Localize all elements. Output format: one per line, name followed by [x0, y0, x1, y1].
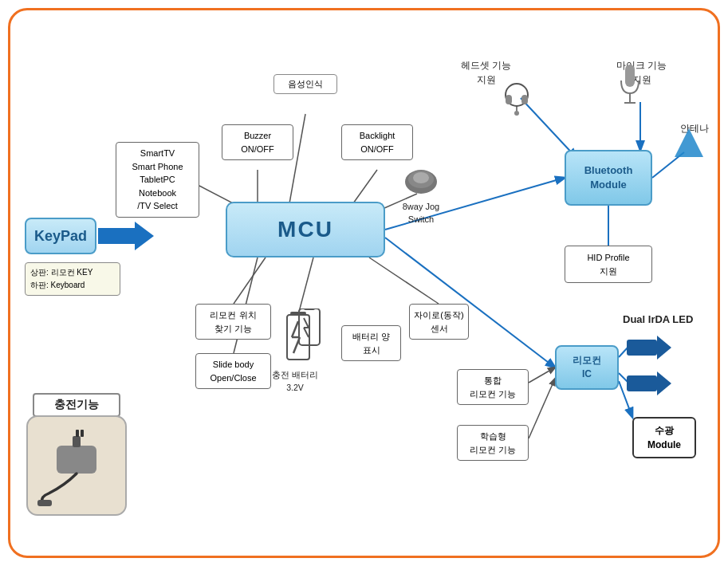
- svg-line-18: [529, 368, 555, 383]
- keypad-label: KeyPad: [34, 228, 87, 245]
- receiver-box: 수광Module: [632, 417, 696, 458]
- svg-rect-47: [299, 309, 320, 345]
- gyro-box: 자이로(동작)센서: [409, 304, 469, 340]
- svg-rect-48: [304, 309, 315, 310]
- mcu-label: MCU: [277, 217, 333, 242]
- bluetooth-label: BluetoothModule: [584, 163, 633, 192]
- svg-rect-40: [627, 375, 657, 391]
- svg-rect-29: [625, 65, 635, 87]
- diagram-container: MCU KeyPad 상판: 리모컨 KEY 하판: Keyboard Smar…: [8, 8, 720, 558]
- svg-line-49: [304, 318, 309, 328]
- svg-rect-46: [37, 500, 52, 506]
- svg-line-11: [234, 257, 266, 304]
- bluetooth-box: BluetoothModule: [565, 150, 652, 206]
- charge-func-label: 충전기능: [33, 393, 120, 417]
- charge-func-text: 충전기능: [54, 398, 99, 411]
- learning-box: 학습형리모컨 기능: [457, 425, 529, 461]
- svg-marker-20: [98, 222, 154, 250]
- mic-svg: [618, 65, 642, 106]
- svg-line-1: [385, 238, 555, 368]
- svg-marker-32: [675, 128, 703, 157]
- mic-icon: [618, 65, 642, 109]
- buzzer-label: Buzzer ON/OFF: [241, 131, 274, 154]
- svg-point-23: [413, 172, 429, 183]
- irda-led-2: [627, 371, 671, 399]
- battery-device-svg: [297, 309, 321, 350]
- svg-rect-26: [521, 95, 528, 104]
- find-remote-box: 리모컨 위치찾기 기능: [195, 304, 271, 340]
- charging-text: 충전 배터리3.2V: [272, 369, 318, 395]
- buzzer-box: Buzzer ON/OFF: [222, 124, 293, 160]
- irda-led-svg-1: [627, 336, 671, 360]
- voice-box: 음성인식: [273, 74, 337, 94]
- keyboard-label-box: 상판: 리모컨 KEY 하판: Keyboard: [25, 262, 120, 296]
- smarttv-box: SmartTVSmart PhoneTabletPCNotebook/TV Se…: [116, 142, 199, 218]
- remote-ic-box: 리모컨IC: [555, 345, 619, 390]
- svg-line-9: [353, 170, 377, 203]
- svg-marker-39: [657, 336, 671, 360]
- svg-line-13: [299, 257, 313, 312]
- backlight-box: BacklightON/OFF: [341, 124, 413, 160]
- voice-label: 음성인식: [288, 79, 323, 88]
- keypad-arrow: [98, 222, 154, 254]
- integrated-box: 통합리모컨 기능: [457, 369, 529, 405]
- svg-point-28: [514, 111, 519, 116]
- dual-irda-label: Dual IrDA LED: [623, 313, 693, 325]
- jog-box: 8way JogSwitch: [401, 166, 441, 226]
- headset-icon: [498, 81, 535, 119]
- battery-display-box: 배터리 양표시: [341, 325, 401, 361]
- svg-rect-44: [76, 430, 79, 437]
- hid-box: HID Profile지원: [565, 246, 652, 283]
- dual-irda-text: Dual IrDA LED: [623, 313, 693, 325]
- svg-rect-42: [57, 446, 96, 474]
- svg-marker-41: [657, 371, 671, 395]
- keyboard-line1: 상판: 리모컨 KEY: [30, 268, 92, 277]
- headset-svg: [498, 81, 535, 116]
- charge-image-box: [26, 415, 127, 516]
- slide-body-box: Slide bodyOpen/Close: [195, 353, 271, 389]
- svg-line-19: [529, 379, 555, 438]
- keypad-box: KeyPad: [25, 218, 96, 254]
- remote-ic-label: 리모컨IC: [573, 354, 601, 381]
- svg-rect-45: [81, 430, 84, 437]
- antenna-icon: [675, 128, 703, 160]
- arrow-svg: [98, 222, 154, 250]
- svg-rect-43: [73, 436, 81, 447]
- svg-rect-25: [506, 95, 512, 104]
- svg-line-14: [369, 257, 439, 304]
- mcu-box: MCU: [226, 202, 385, 257]
- antenna-svg: [675, 128, 703, 157]
- irda-led-svg-2: [627, 371, 671, 395]
- svg-line-51: [304, 328, 309, 337]
- jog-icon: [401, 166, 441, 198]
- svg-rect-38: [627, 340, 657, 356]
- battery-device-icon: [297, 309, 321, 353]
- charger-svg: [33, 422, 120, 509]
- irda-led-1: [627, 336, 671, 363]
- keyboard-line2: 하판: Keyboard: [30, 281, 85, 289]
